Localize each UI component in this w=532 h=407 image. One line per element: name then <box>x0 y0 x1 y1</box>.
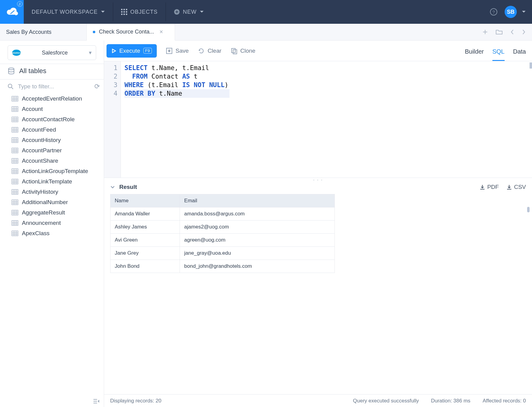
chevron-down-icon <box>101 10 105 14</box>
plus-circle-icon <box>174 9 180 15</box>
user-avatar[interactable]: SB <box>505 6 517 18</box>
table-list: AcceptedEventRelationAccountAccountConta… <box>0 94 104 407</box>
table-item[interactable]: ActionLinkTemplate <box>0 176 104 187</box>
view-tab-sql[interactable]: SQL <box>492 48 505 61</box>
table-item-label: AccountHistory <box>22 137 61 143</box>
minimap-marker <box>530 62 532 69</box>
nav-next-button[interactable] <box>522 29 526 35</box>
table-item-label: AdditionalNumber <box>22 199 68 206</box>
export-csv-button[interactable]: CSV <box>506 184 526 190</box>
clone-icon <box>231 48 237 54</box>
svg-rect-4 <box>124 11 125 12</box>
table-item-label: AccountFeed <box>22 126 56 133</box>
cell: amanda.boss@argus.com <box>180 207 334 221</box>
table-item[interactable]: AccountFeed <box>0 125 104 135</box>
table-item[interactable]: ActionLinkGroupTemplate <box>0 166 104 176</box>
view-tab-data[interactable]: Data <box>513 48 526 61</box>
svg-rect-2 <box>126 9 127 10</box>
clone-button[interactable]: Clone <box>231 48 256 54</box>
nav-objects[interactable]: OBJECTS <box>113 0 166 24</box>
execute-button[interactable]: Execute F9 <box>107 44 157 58</box>
result-scrollbar[interactable] <box>527 207 530 212</box>
export-pdf-button[interactable]: PDF <box>479 184 499 190</box>
collapse-result-chevron[interactable] <box>110 185 115 189</box>
table-row[interactable]: Ashley Jamesajames2@uog.com <box>110 221 335 234</box>
cell: John Bond <box>110 260 180 273</box>
sql-editor[interactable]: 1234 SELECT t.Name, t.Email FROM Contact… <box>104 61 532 178</box>
tab-close-button[interactable]: × <box>159 28 163 35</box>
cell: Amanda Waller <box>110 207 180 221</box>
query-toolbar: Execute F9 Save Clear Clone Builder SQL … <box>104 41 532 61</box>
table-item-label: AcceptedEventRelation <box>22 95 82 102</box>
table-item[interactable]: AdditionalNumber <box>0 197 104 207</box>
table-item[interactable]: ApexClass <box>0 228 104 239</box>
table-item[interactable]: AccountHistory <box>0 135 104 145</box>
svg-rect-6 <box>121 14 122 15</box>
table-item-label: Announcement <box>22 220 61 226</box>
data-source-label: Salesforce <box>24 50 85 56</box>
editor-code[interactable]: SELECT t.Name, t.Email FROM Contact AS t… <box>121 61 228 178</box>
table-item[interactable]: AcceptedEventRelation <box>0 94 104 104</box>
table-item[interactable]: ActivityHistory <box>0 187 104 197</box>
sidebar: salesforce Salesforce ▾ All tables ⟳ Acc… <box>0 41 104 407</box>
status-success: Query executed successfully <box>353 398 419 404</box>
svg-rect-1 <box>124 9 125 10</box>
result-grid-wrap: NameEmail Amanda Walleramanda.boss@argus… <box>104 194 532 394</box>
help-button[interactable]: ? <box>490 8 497 16</box>
table-item[interactable]: Account <box>0 104 104 114</box>
nav-prev-button[interactable] <box>510 29 514 35</box>
app-logo[interactable]: β <box>0 0 24 24</box>
data-source-select[interactable]: salesforce Salesforce ▾ <box>8 45 96 60</box>
undo-icon <box>198 48 205 54</box>
all-tables-label: All tables <box>19 67 46 75</box>
cell: Jane Grey <box>110 247 180 260</box>
svg-rect-5 <box>126 11 127 12</box>
status-displaying: Displaying records: 20 <box>110 398 341 404</box>
split-handle[interactable]: · · · <box>104 178 532 182</box>
result-grid[interactable]: NameEmail Amanda Walleramanda.boss@argus… <box>110 194 335 273</box>
table-item[interactable]: AggregateResult <box>0 207 104 218</box>
editor-gutter: 1234 <box>104 61 121 178</box>
svg-point-10 <box>9 68 14 70</box>
download-icon <box>479 184 485 190</box>
save-button[interactable]: Save <box>166 48 189 54</box>
table-row[interactable]: John Bondbond_john@grandhotels.com <box>110 260 335 273</box>
new-tab-button[interactable] <box>482 29 488 35</box>
svg-rect-15 <box>12 127 18 132</box>
svg-rect-7 <box>124 14 125 15</box>
search-icon <box>8 83 14 90</box>
view-tab-builder[interactable]: Builder <box>465 48 484 61</box>
cell: Avi Green <box>110 234 180 247</box>
svg-rect-16 <box>12 138 18 143</box>
svg-rect-25 <box>12 231 18 236</box>
table-item[interactable]: AccountContactRole <box>0 114 104 125</box>
table-item[interactable]: AccountPartner <box>0 145 104 156</box>
result-header: Result PDF CSV <box>104 182 532 194</box>
open-folder-button[interactable] <box>495 29 503 35</box>
table-row[interactable]: Amanda Walleramanda.boss@argus.com <box>110 207 335 221</box>
clear-button[interactable]: Clear <box>198 48 221 54</box>
main-panel: Execute F9 Save Clear Clone Builder SQL … <box>104 41 532 407</box>
table-item-label: AccountPartner <box>22 147 62 154</box>
user-menu-chevron[interactable] <box>522 10 526 14</box>
column-header[interactable]: Name <box>110 194 180 207</box>
filter-input[interactable] <box>17 83 91 90</box>
nav-new[interactable]: NEW <box>166 0 212 24</box>
refresh-button[interactable]: ⟳ <box>94 83 100 90</box>
tab-check-source-contacts[interactable]: Check Source Conta... × <box>87 24 175 41</box>
tab-sales-by-accounts[interactable]: Sales By Accounts <box>0 24 87 40</box>
collapse-sidebar-button[interactable] <box>93 398 100 404</box>
table-item[interactable]: AccountShare <box>0 156 104 166</box>
workspace-switcher[interactable]: DEFAULT WORKSPACE <box>24 0 113 24</box>
table-item-label: ActivityHistory <box>22 189 58 195</box>
all-tables-header[interactable]: All tables <box>0 64 104 80</box>
tab-strip: Sales By Accounts Check Source Conta... … <box>0 24 532 41</box>
table-item[interactable]: Announcement <box>0 218 104 228</box>
column-header[interactable]: Email <box>180 194 334 207</box>
grid-icon <box>121 9 127 15</box>
result-title: Result <box>119 184 137 190</box>
table-row[interactable]: Avi Greenagreen@uog.com <box>110 234 335 247</box>
caret-down-icon: ▾ <box>89 49 92 56</box>
table-row[interactable]: Jane Greyjane_gray@uoa.edu <box>110 247 335 260</box>
beta-badge: β <box>17 1 23 7</box>
